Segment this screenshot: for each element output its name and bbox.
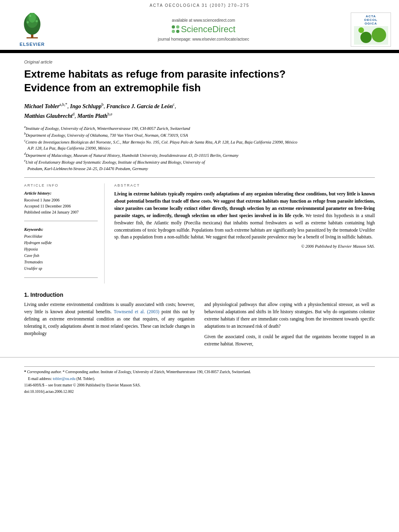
svg-point-5	[27, 21, 29, 23]
article-type-label: Original article	[24, 60, 375, 64]
keyword-6: Uvulifer sp	[24, 265, 98, 272]
sciencedirect-logo: ScienceDirect	[172, 24, 236, 35]
townsend-link[interactable]: Townsend et al. (2003)	[114, 309, 159, 314]
sup-glaubrecht: d	[72, 112, 74, 116]
published-date: Published online 24 January 2007	[24, 209, 98, 215]
author-garcia: Francisco J. García de León	[106, 103, 173, 109]
author-glaubrecht: Matthias Glaubrecht	[24, 113, 72, 119]
article-info-col: ARTICLE INFO Article history: Received 1…	[24, 183, 105, 283]
divider-history	[24, 221, 98, 221]
svg-point-11	[358, 27, 364, 33]
corresponding-note: * Corresponding author. * Corresponding …	[24, 369, 375, 375]
divider-keywords	[24, 277, 98, 278]
author-tobler: Michael Tobler	[24, 103, 60, 109]
svg-rect-1	[27, 37, 38, 38]
sd-name-science: Science	[181, 24, 212, 34]
abstract-label: ABSTRACT	[114, 183, 375, 187]
abstract-text: Living in extreme habitats typically req…	[114, 191, 375, 241]
acta-svg-icon	[354, 26, 388, 45]
accepted-date: Accepted 11 December 2006	[24, 203, 98, 209]
corresponding-text: * Corresponding author. Institute of Zoo…	[63, 370, 251, 374]
elsevier-logo: ELSEVIER	[8, 13, 56, 47]
article-content: Original article Extreme habitats as ref…	[0, 53, 399, 357]
page: ACTA OECOLOGICA 31 (2007) 270–275 ELSEVI…	[0, 0, 399, 532]
center-logo: available at www.sciencedirect.com Scien…	[56, 18, 351, 41]
email-note: E-mail address: tobler@ou.edu (M. Tobler…	[24, 376, 375, 382]
introduction-section: 1. Introduction Living under extreme env…	[24, 292, 375, 351]
aff-c-cont: A.P. 128, La Paz, Baja California 23090,…	[24, 146, 110, 150]
aff-b: Department of Zoology, University of Okl…	[26, 133, 188, 137]
sciencedirect-name: ScienceDirect	[181, 24, 236, 35]
email-link[interactable]: tobler@ou.edu	[53, 377, 76, 381]
asterisk-symbol: *	[24, 370, 26, 374]
svg-point-6	[35, 20, 38, 22]
intro-section-number: 1.	[24, 292, 31, 298]
sup-tobler: a,b,*	[60, 102, 67, 107]
article-title: Extreme habitats as refuge from parasite…	[24, 68, 375, 95]
article-info-abstract: ARTICLE INFO Article history: Received 1…	[24, 183, 375, 283]
journal-header: ACTA OECOLOGICA 31 (2007) 270–275	[0, 0, 399, 9]
sup-plath: b,e	[107, 112, 112, 116]
intro-left-col: Living under extreme environmental condi…	[24, 301, 195, 351]
journal-homepage: journal homepage: www.elsevier.com/locat…	[158, 37, 249, 41]
history-title: Article history:	[24, 191, 98, 195]
svg-point-7	[29, 15, 31, 17]
keyword-2: Hydrogen sulfide	[24, 240, 98, 246]
intro-right-para1: and physiological pathways that allow co…	[204, 301, 375, 330]
abstract-copyright: © 2006 Published by Elsevier Masson SAS.	[114, 244, 375, 249]
intro-columns: Living under extreme environmental condi…	[24, 301, 375, 351]
keyword-4: Cave fish	[24, 253, 98, 259]
aff-e: Unit of Evolutionary Biology and Systema…	[26, 160, 205, 164]
affiliations: aInstitute of Zoology, University of Zür…	[24, 125, 375, 172]
journal-citation: ACTA OECOLOGICA 31 (2007) 270–275	[150, 3, 249, 8]
issn-note: 1146-609X/$ – see front matter © 2006 Pu…	[24, 382, 375, 388]
sd-dot-3	[172, 30, 175, 33]
acta-title-text: ACTA OECOL OGICA	[364, 14, 377, 25]
email-label: E-mail address:	[28, 377, 52, 381]
acta-image	[354, 26, 388, 45]
email-name: (M. Tobler).	[76, 377, 95, 381]
keyword-5: Trematodes	[24, 259, 98, 265]
available-at-text: available at www.sciencedirect.com	[172, 18, 235, 23]
sup-garcia: c	[173, 102, 175, 107]
svg-point-9	[372, 28, 386, 42]
keyword-3: Hypoxia	[24, 246, 98, 253]
author-plath: Martin Plath	[77, 113, 107, 119]
intro-right-para2: Given the associated costs, it could be …	[204, 333, 375, 348]
sd-dot-2	[176, 25, 179, 29]
aff-d: Department of Malacology, Museum of Natu…	[26, 153, 239, 158]
abstract-col: ABSTRACT Living in extreme habitats typi…	[114, 183, 375, 283]
intro-section-name: Introduction	[31, 292, 64, 298]
acta-logo: ACTA OECOL OGICA	[351, 12, 391, 47]
top-banner: ELSEVIER available at www.sciencedirect.…	[0, 9, 399, 51]
elsevier-text: ELSEVIER	[20, 42, 45, 47]
intro-left-para1: Living under extreme environmental condi…	[24, 301, 195, 337]
aff-e-cont: Potsdam, Karl-Liebknecht-Strasse 24–25, …	[24, 166, 148, 171]
keywords-title: Keywords:	[24, 227, 98, 232]
aff-a: Institute of Zoology, University of Züri…	[26, 126, 190, 130]
authors-line: Michael Toblera,b,*, Ingo Schluppb, Fran…	[24, 101, 375, 121]
intro-section-title: 1. Introduction	[24, 292, 375, 298]
intro-right-col: and physiological pathways that allow co…	[204, 301, 375, 351]
svg-point-10	[360, 32, 372, 43]
doi-note: doi:10.1016/j.actao.2006.12.002	[24, 389, 375, 394]
received-date: Received 1 June 2006	[24, 197, 98, 203]
keyword-1: Poeciliidae	[24, 233, 98, 240]
footer-notes: * Corresponding author. * Corresponding …	[0, 357, 399, 398]
author-schlupp: Ingo Schlupp	[70, 103, 101, 109]
corresponding-label: Corresponding author.	[27, 370, 62, 374]
sd-dots-icon	[172, 25, 179, 33]
sd-dot-4	[176, 30, 179, 33]
sd-dot-1	[172, 25, 175, 29]
aff-c: Centro de Investigaciones Biológicas del…	[26, 140, 298, 144]
sup-schlupp: b	[101, 102, 103, 107]
footer-divider	[24, 366, 375, 367]
article-info-label: ARTICLE INFO	[24, 183, 98, 187]
sd-name-direct: Direct	[212, 24, 235, 34]
elsevier-tree-icon	[16, 13, 48, 41]
divider-affiliations	[24, 177, 375, 178]
